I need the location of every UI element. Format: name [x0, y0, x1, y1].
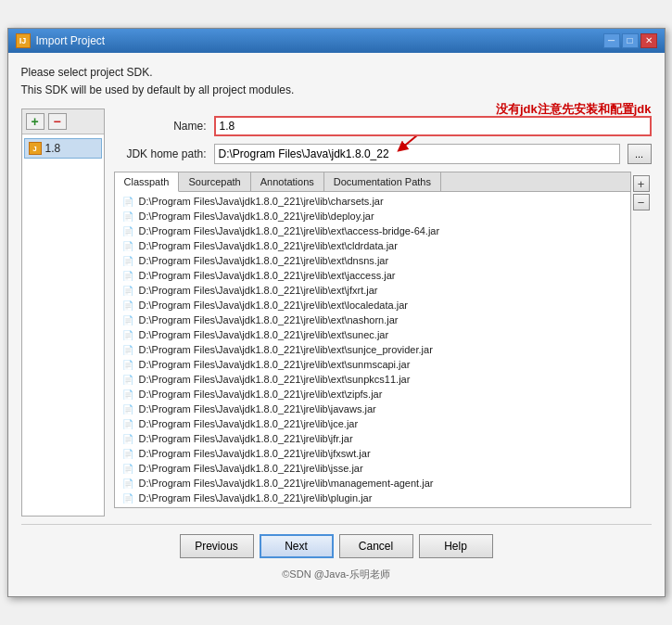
file-path-label: D:\Program Files\Java\jdk1.8.0_221\jre\l…: [139, 196, 384, 207]
file-path-label: D:\Program Files\Java\jdk1.8.0_221\jre\l…: [139, 418, 359, 429]
tab-documentation-paths[interactable]: Documentation Paths: [324, 172, 441, 191]
file-path-label: D:\Program Files\Java\jdk1.8.0_221\jre\l…: [139, 403, 376, 415]
file-path-label: D:\Program Files\Java\jdk1.8.0_221\jre\l…: [139, 478, 434, 489]
jar-icon: 📄: [122, 389, 133, 400]
jar-icon: 📄: [122, 492, 133, 504]
classpath-file-list[interactable]: 📄D:\Program Files\Java\jdk1.8.0_221\jre\…: [115, 192, 630, 507]
file-path-label: D:\Program Files\Java\jdk1.8.0_221\jre\l…: [139, 240, 398, 251]
instruction-line2: This SDK will be used by default by all …: [21, 82, 652, 99]
tab-annotations[interactable]: Annotations: [251, 172, 324, 191]
file-path-label: D:\Program Files\Java\jdk1.8.0_221\jre\l…: [139, 270, 396, 281]
list-item[interactable]: 📄D:\Program Files\Java\jdk1.8.0_221\jre\…: [115, 387, 630, 402]
app-icon: IJ: [16, 33, 31, 48]
jar-icon: 📄: [122, 314, 133, 325]
minimize-button[interactable]: ─: [603, 33, 620, 48]
list-item[interactable]: 📄D:\Program Files\Java\jdk1.8.0_221\jre\…: [115, 431, 630, 446]
window-title: Import Project: [36, 34, 106, 47]
sdk-list-panel: + − J 1.8: [21, 108, 105, 517]
list-item[interactable]: 📄D:\Program Files\Java\jdk1.8.0_221\jre\…: [115, 402, 630, 416]
tab-sourcepath[interactable]: Sourcepath: [179, 172, 250, 191]
list-item[interactable]: 📄D:\Program Files\Java\jdk1.8.0_221\jre\…: [115, 491, 630, 505]
main-area: + − J 1.8 没有jdk注意先安装和配置jdk: [21, 108, 652, 517]
remove-path-button[interactable]: −: [633, 194, 650, 210]
jar-icon: 📄: [122, 255, 133, 266]
list-item[interactable]: 📄D:\Program Files\Java\jdk1.8.0_221\jre\…: [115, 461, 630, 476]
tabs-wrapper: Classpath Sourcepath Annotations Documen…: [114, 172, 652, 508]
file-path-label: D:\Program Files\Java\jdk1.8.0_221\jre\l…: [139, 359, 411, 370]
add-sdk-button[interactable]: +: [26, 113, 44, 130]
list-item[interactable]: 📄D:\Program Files\Java\jdk1.8.0_221\jre\…: [115, 194, 630, 209]
list-item[interactable]: 📄D:\Program Files\Java\jdk1.8.0_221\jre\…: [115, 327, 630, 342]
list-item[interactable]: 📄D:\Program Files\Java\jdk1.8.0_221\jre\…: [115, 283, 630, 298]
jar-icon: 📄: [122, 240, 133, 251]
file-path-label: D:\Program Files\Java\jdk1.8.0_221\jre\l…: [139, 255, 389, 266]
sdk-toolbar: + −: [22, 109, 104, 134]
jar-icon: 📄: [122, 463, 133, 474]
title-bar: IJ Import Project ─ □ ✕: [8, 29, 665, 53]
jar-icon: 📄: [122, 344, 133, 355]
file-path-label: D:\Program Files\Java\jdk1.8.0_221\jre\l…: [139, 433, 353, 444]
file-path-label: D:\Program Files\Java\jdk1.8.0_221\jre\l…: [139, 314, 399, 325]
right-panel: 没有jdk注意先安装和配置jdk Name:: [114, 108, 652, 517]
sdk-item-icon: J: [29, 142, 42, 155]
list-item[interactable]: 📄D:\Program Files\Java\jdk1.8.0_221\jre\…: [115, 253, 630, 268]
list-item[interactable]: 📄D:\Program Files\Java\jdk1.8.0_221\jre\…: [115, 238, 630, 253]
sdk-item[interactable]: J 1.8: [24, 138, 102, 159]
list-item[interactable]: 📄D:\Program Files\Java\jdk1.8.0_221\jre\…: [115, 298, 630, 312]
jar-icon: 📄: [122, 225, 133, 236]
remove-sdk-button[interactable]: −: [48, 113, 67, 130]
jar-icon: 📄: [122, 403, 133, 415]
list-item[interactable]: 📄D:\Program Files\Java\jdk1.8.0_221\jre\…: [115, 223, 630, 238]
content-area: Please select project SDK. This SDK will…: [8, 53, 665, 596]
file-path-label: D:\Program Files\Java\jdk1.8.0_221\jre\l…: [139, 448, 371, 459]
tab-classpath[interactable]: Classpath: [115, 172, 180, 192]
jar-icon: 📄: [122, 359, 133, 370]
list-item[interactable]: 📄D:\Program Files\Java\jdk1.8.0_221\jre\…: [115, 372, 630, 387]
path-row: JDK home path: ...: [114, 144, 652, 164]
title-bar-controls: ─ □ ✕: [603, 33, 657, 48]
file-path-label: D:\Program Files\Java\jdk1.8.0_221\jre\l…: [139, 463, 363, 474]
list-item[interactable]: 📄D:\Program Files\Java\jdk1.8.0_221\jre\…: [115, 342, 630, 357]
list-item[interactable]: 📄D:\Program Files\Java\jdk1.8.0_221\jre\…: [115, 312, 630, 327]
add-path-button[interactable]: +: [633, 175, 650, 192]
jar-icon: 📄: [122, 285, 133, 296]
jar-icon: 📄: [122, 374, 133, 385]
jar-icon: 📄: [122, 270, 133, 281]
title-bar-left: IJ Import Project: [16, 33, 106, 48]
file-path-label: D:\Program Files\Java\jdk1.8.0_221\jre\l…: [139, 210, 374, 222]
list-item[interactable]: 📄D:\Program Files\Java\jdk1.8.0_221\jre\…: [115, 268, 630, 283]
list-item[interactable]: 📄D:\Program Files\Java\jdk1.8.0_221\jre\…: [115, 416, 630, 431]
file-path-label: D:\Program Files\Java\jdk1.8.0_221\jre\l…: [139, 329, 389, 340]
jar-icon: 📄: [122, 210, 133, 222]
name-input[interactable]: [214, 116, 652, 136]
previous-button[interactable]: Previous: [180, 534, 254, 558]
help-button[interactable]: Help: [419, 534, 493, 558]
path-label: JDK home path:: [114, 147, 207, 160]
list-item[interactable]: 📄D:\Program Files\Java\jdk1.8.0_221\jre\…: [115, 357, 630, 372]
cancel-button[interactable]: Cancel: [339, 534, 413, 558]
list-item[interactable]: 📄D:\Program Files\Java\jdk1.8.0_221\jre\…: [115, 476, 630, 491]
file-path-label: D:\Program Files\Java\jdk1.8.0_221\jre\l…: [139, 225, 440, 236]
list-item[interactable]: 📄D:\Program Files\Java\jdk1.8.0_221\jre\…: [115, 209, 630, 223]
name-row: Name:: [114, 116, 652, 136]
file-path-label: D:\Program Files\Java\jdk1.8.0_221\jre\l…: [139, 285, 378, 296]
browse-button[interactable]: ...: [628, 144, 652, 164]
list-item[interactable]: 📄D:\Program Files\Java\jdk1.8.0_221\jre\…: [115, 446, 630, 461]
maximize-button[interactable]: □: [622, 33, 639, 48]
footer: Previous Next Cancel Help: [21, 524, 652, 566]
import-project-window: IJ Import Project ─ □ ✕ Please select pr…: [7, 28, 666, 597]
tabs-header: Classpath Sourcepath Annotations Documen…: [115, 172, 630, 192]
watermark: ©SDN @Java-乐明老师: [21, 566, 652, 585]
next-button[interactable]: Next: [260, 534, 334, 558]
close-button[interactable]: ✕: [640, 33, 657, 48]
jar-icon: 📄: [122, 418, 133, 429]
file-path-label: D:\Program Files\Java\jdk1.8.0_221\jre\l…: [139, 492, 373, 504]
name-label: Name:: [114, 120, 207, 133]
instruction-line1: Please select project SDK.: [21, 64, 652, 82]
list-item[interactable]: 📄D:\Program Files\Java\jdk1.8.0_221\jre\…: [115, 505, 630, 507]
annotation-text: 没有jdk注意先安装和配置jdk: [496, 101, 652, 118]
instructions: Please select project SDK. This SDK will…: [21, 64, 652, 99]
jar-icon: 📄: [122, 448, 133, 459]
jar-icon: 📄: [122, 300, 133, 311]
sdk-list: J 1.8: [22, 134, 104, 162]
